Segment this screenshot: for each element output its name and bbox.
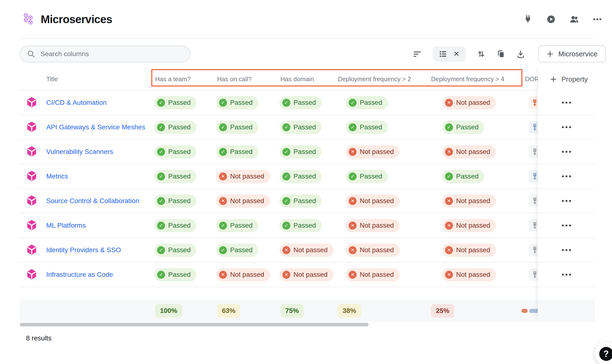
score-cell: ✕Not passed xyxy=(430,195,529,208)
badge-label: Passed xyxy=(230,222,252,229)
not-passed-badge: ✕Not passed xyxy=(442,268,496,281)
not-passed-badge: ✕Not passed xyxy=(346,219,400,232)
help-button[interactable]: ? xyxy=(594,342,612,364)
column-header-has-a-team: Has a team? xyxy=(154,75,216,83)
passed-badge: ✓Passed xyxy=(346,96,388,109)
more-options-button[interactable] xyxy=(593,15,602,24)
not-passed-badge: ✕Not passed xyxy=(442,96,496,109)
check-circle-icon: ✓ xyxy=(157,197,165,205)
passed-badge: ✓Passed xyxy=(154,96,196,109)
aggregation-pill: 63% xyxy=(217,304,240,317)
row-more-button[interactable] xyxy=(560,99,573,106)
passed-badge: ✓Passed xyxy=(346,121,388,134)
passed-badge: ✓Passed xyxy=(154,145,196,158)
search-box[interactable] xyxy=(20,46,190,62)
check-circle-icon: ✓ xyxy=(282,172,290,181)
row-more-button[interactable] xyxy=(560,197,573,204)
plus-icon xyxy=(546,50,554,58)
aggregation-pill: 75% xyxy=(280,304,304,317)
row-title-link[interactable]: Source Control & Collaboration xyxy=(43,197,139,205)
sort-icon xyxy=(477,50,485,58)
run-button[interactable] xyxy=(547,15,556,24)
download-icon xyxy=(516,50,525,58)
score-cell: ✓Passed xyxy=(279,96,337,109)
group-by-chip: ✕ xyxy=(433,46,466,62)
download-button[interactable] xyxy=(516,50,525,58)
badge-label: Passed xyxy=(168,99,191,106)
table-row: CI/CD & Automation ✓Passed ✓Passed ✓Pass… xyxy=(20,91,595,115)
badge-label: Passed xyxy=(168,172,191,180)
plug-button[interactable] xyxy=(523,15,533,24)
row-title-link[interactable]: Identity Providers & SSO xyxy=(43,246,121,254)
clear-icon[interactable]: ✕ xyxy=(454,50,459,58)
x-circle-icon: ✕ xyxy=(445,197,453,205)
search-input[interactable] xyxy=(40,50,183,58)
row-more-button[interactable] xyxy=(560,124,573,130)
badge-label: Passed xyxy=(168,197,191,205)
medal-icon xyxy=(532,173,538,180)
toolbar: ✕ Microse xyxy=(20,45,606,63)
filter-icon xyxy=(413,50,422,58)
row-title-link[interactable]: API Gateways & Service Meshes xyxy=(43,123,145,131)
passed-badge: ✓Passed xyxy=(279,121,322,134)
microservices-blueprint-icon xyxy=(23,13,34,26)
passed-badge: ✓Passed xyxy=(279,96,322,109)
x-circle-icon: ✕ xyxy=(349,222,357,230)
row-title-link[interactable]: CI/CD & Automation xyxy=(43,99,107,106)
score-cell: ✓Passed xyxy=(430,121,529,134)
x-circle-icon: ✕ xyxy=(445,222,453,230)
add-property-label: Property xyxy=(561,75,588,83)
badge-label: Not passed xyxy=(230,197,264,205)
table-row: API Gateways & Service Meshes ✓Passed ✓P… xyxy=(20,115,595,140)
title-wrap: Microservices xyxy=(23,13,112,26)
passed-badge: ✓Passed xyxy=(216,219,258,232)
question-mark-icon: ? xyxy=(599,347,612,361)
sort-button[interactable] xyxy=(477,50,485,58)
x-circle-icon: ✕ xyxy=(282,246,290,254)
badge-label: Passed xyxy=(168,246,191,254)
check-circle-icon: ✓ xyxy=(282,222,290,230)
row-title-link[interactable]: Vulnerability Scanners xyxy=(43,148,113,155)
check-circle-icon: ✓ xyxy=(157,222,165,230)
row-more-button[interactable] xyxy=(560,222,573,229)
passed-badge: ✓Passed xyxy=(279,145,322,158)
check-circle-icon: ✓ xyxy=(157,246,165,254)
add-property-button[interactable]: Property xyxy=(538,68,595,91)
row-title-link[interactable]: Metrics xyxy=(43,172,68,180)
filter-button[interactable] xyxy=(413,50,422,58)
not-passed-badge: ✕Not passed xyxy=(216,268,270,281)
score-cell: ✓Passed xyxy=(154,170,216,183)
passed-badge: ✓Passed xyxy=(154,244,196,257)
row-more-button[interactable] xyxy=(560,148,573,155)
copy-button[interactable] xyxy=(496,50,505,58)
not-passed-badge: ✕Not passed xyxy=(442,244,496,257)
add-microservice-button[interactable]: Microservice xyxy=(538,46,606,62)
check-circle-icon: ✓ xyxy=(219,99,227,107)
passed-badge: ✓Passed xyxy=(442,170,484,183)
check-circle-icon: ✓ xyxy=(282,123,290,131)
row-more-button[interactable] xyxy=(560,173,573,180)
members-button[interactable] xyxy=(570,15,579,24)
aggregation-pill: 100% xyxy=(155,304,182,317)
passed-badge: ✓Passed xyxy=(154,195,196,208)
score-cell: ✕Not passed xyxy=(216,170,279,183)
badge-label: Not passed xyxy=(456,99,490,106)
table-header-row: Title Has a team? Has on call? Has domai… xyxy=(20,68,595,91)
row-more-button[interactable] xyxy=(560,247,573,253)
row-title-link[interactable]: ML Platforms xyxy=(43,222,86,229)
passed-badge: ✓Passed xyxy=(279,170,322,183)
aggregation-cell: 75% xyxy=(279,304,337,317)
medal-icon xyxy=(532,124,538,131)
list-view-icon[interactable] xyxy=(439,50,447,58)
page: Microservices xyxy=(0,0,612,364)
microservice-cube-icon xyxy=(26,97,37,109)
score-cell: ✕Not passed xyxy=(337,244,430,257)
passed-badge: ✓Passed xyxy=(154,268,196,281)
table-row: Identity Providers & SSO ✓Passed ✓Passed… xyxy=(20,238,595,263)
passed-badge: ✓Passed xyxy=(216,244,258,257)
badge-label: Passed xyxy=(360,123,382,131)
horizontal-scrollbar[interactable] xyxy=(20,323,369,326)
row-more-button[interactable] xyxy=(560,271,573,278)
row-title-link[interactable]: Infrastructure as Code xyxy=(43,271,113,278)
score-cell: ✕Not passed xyxy=(430,268,529,281)
